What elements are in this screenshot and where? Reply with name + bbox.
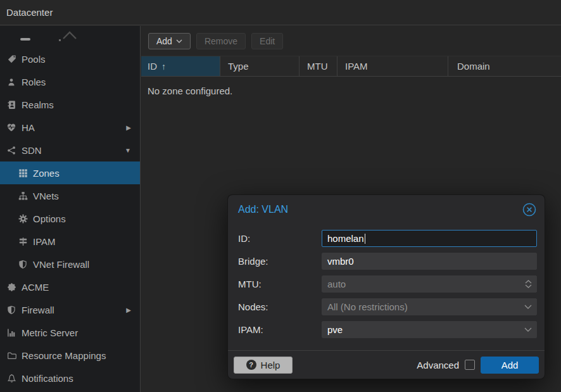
address-book-icon [6,99,16,110]
id-input-value: homelan [327,233,364,244]
bar-chart-icon [6,327,16,338]
dialog-title: Add: VLAN [238,204,288,215]
sidebar-item-vnet-firewall[interactable]: VNet Firewall [0,253,140,275]
column-header-domain[interactable]: Domain [448,56,561,76]
mtu-label: MTU: [238,279,322,289]
sidebar-item-metric-server[interactable]: Metric Server [0,321,140,344]
field-row-bridge: Bridge: vmbr0 [238,253,537,270]
sidebar-item-roles[interactable]: Roles [0,70,140,93]
sidebar-item-label: Roles [22,77,46,87]
sidebar-item-acme[interactable]: ACME [0,275,140,298]
empty-table-message: No zone configured. [141,77,561,96]
ipam-value: pve [327,324,343,335]
column-label: Domain [457,61,490,72]
bridge-input[interactable]: vmbr0 [322,253,537,270]
sidebar-nav: Pools Roles Realms HA ▶ SDN [0,26,141,392]
chevron-down-icon [176,39,182,43]
sidebar-item-realms[interactable]: Realms [0,93,140,116]
sidebar-item-zones[interactable]: Zones [0,161,140,184]
sidebar-item-options[interactable]: Options [0,207,140,230]
mtu-spinner[interactable]: auto [322,275,537,293]
dot-icon [59,39,61,41]
expand-right-icon[interactable]: ▶ [126,124,131,131]
text-cursor [365,234,365,244]
help-button[interactable]: ? Help [234,357,293,374]
gear-icon [18,213,28,224]
column-header-mtu[interactable]: MTU [299,56,337,76]
sidebar-item-partial[interactable] [0,26,140,47]
sidebar-item-firewall[interactable]: Firewall ▶ [0,298,140,321]
field-row-nodes: Nodes: All (No restrictions) [238,298,537,315]
shield-icon [6,305,16,315]
sidebar-item-label: HA [22,122,35,133]
signs-icon [18,236,28,246]
certificate-seal-icon [6,282,16,292]
add-button-label: Add [156,36,172,46]
tag-icon [6,54,16,64]
id-input[interactable]: homelan [322,230,537,247]
sidebar-item-label: Firewall [22,305,54,315]
proxmox-datacenter-screen: Datacenter Pools Roles Realms [0,0,561,392]
sidebar-item-resource-mappings[interactable]: Resource Mappings [0,344,140,367]
dash-icon [20,38,30,41]
add-button[interactable]: Add [148,33,191,49]
heartbeat-icon [6,122,16,132]
column-label: MTU [307,61,328,72]
sidebar-item-notifications[interactable]: Notifications [0,367,140,389]
sidebar-item-sdn[interactable]: SDN ▼ [0,139,140,161]
id-label: ID: [238,233,322,244]
nodes-dropdown[interactable]: All (No restrictions) [322,298,537,315]
page-title: Datacenter [6,7,53,18]
advanced-checkbox[interactable] [465,360,475,370]
close-icon[interactable] [522,202,537,217]
sort-asc-icon: ↑ [161,61,166,72]
question-circle-icon: ? [246,360,256,370]
dialog-body: ID: homelan Bridge: vmbr0 MTU: auto [228,224,545,338]
dialog-add-button[interactable]: Add [481,357,539,374]
chevron-down-icon[interactable] [524,322,532,338]
column-header-ipam[interactable]: IPAM [337,56,448,76]
help-button-label: Help [261,360,280,370]
dialog-header[interactable]: Add: VLAN [228,195,545,224]
bell-icon [6,373,16,383]
ipam-dropdown[interactable]: pve [322,321,537,338]
spinner-up-down-icon[interactable] [525,276,532,292]
bridge-label: Bridge: [238,256,322,267]
dialog-footer: ? Help Advanced Add [228,350,545,379]
chevron-up-icon [63,31,77,39]
sidebar-item-ha[interactable]: HA ▶ [0,116,140,139]
sidebar-item-label: Notifications [22,373,73,384]
column-header-id[interactable]: ID ↑ [141,56,220,76]
user-icon [6,77,16,87]
sidebar-item-label: VNets [33,191,59,201]
sdn-nodes-icon [6,145,16,155]
nodes-placeholder: All (No restrictions) [327,301,408,312]
shield-icon [18,259,28,269]
sidebar-item-vnets[interactable]: VNets [0,184,140,207]
field-row-id: ID: homelan [238,230,537,247]
zones-toolbar: Add Remove Edit [141,26,561,56]
sidebar-item-label: Options [33,213,66,224]
column-label: Type [228,61,249,72]
bridge-input-value: vmbr0 [327,256,354,267]
column-label: IPAM [345,61,368,72]
sidebar-item-label: Zones [33,168,60,179]
edit-button-label: Edit [260,36,275,46]
sidebar-item-label: IPAM [33,236,56,247]
expand-down-icon[interactable]: ▼ [125,147,131,154]
expand-right-icon[interactable]: ▶ [126,307,131,313]
column-header-type[interactable]: Type [220,56,299,76]
footer-actions: Advanced Add [417,357,539,374]
edit-button[interactable]: Edit [251,33,283,49]
remove-button-label: Remove [205,36,237,46]
sidebar-item-label: Metric Server [22,327,78,338]
sidebar-item-ipam[interactable]: IPAM [0,230,140,253]
remove-button[interactable]: Remove [196,33,246,49]
mtu-placeholder: auto [327,279,346,289]
folder-icon [6,350,16,360]
sidebar-item-label: ACME [22,282,49,293]
sidebar-item-label: Resource Mappings [22,350,106,361]
sidebar-item-pools[interactable]: Pools [0,47,140,70]
advanced-label: Advanced [417,360,459,370]
chevron-down-icon[interactable] [524,299,532,315]
